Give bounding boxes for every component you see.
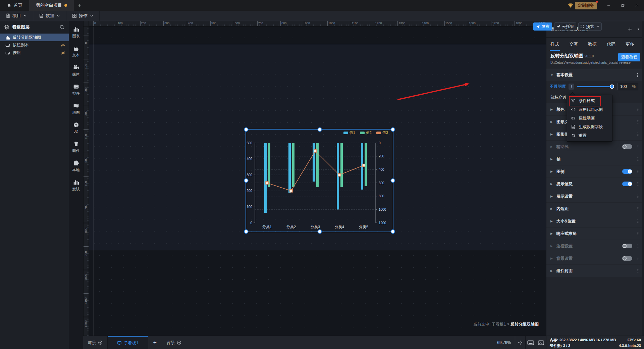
toolbox-item-9[interactable]: 默认 xyxy=(72,179,80,198)
selection-handle[interactable] xyxy=(317,230,322,234)
section-row-13[interactable]: ▶背景设置 xyxy=(546,252,644,264)
kebab-menu-icon[interactable] xyxy=(636,132,640,137)
toolbox-item-2[interactable]: 文本 xyxy=(72,45,80,64)
context-menu-item-4[interactable]: 生成数据字段 xyxy=(567,122,612,131)
kebab-menu-icon[interactable] xyxy=(636,219,640,223)
custom-service-badge[interactable]: 定制服务 xyxy=(575,2,597,9)
tab-data[interactable]: 数据 xyxy=(587,38,597,51)
canvas[interactable]: 0100200300400500600700800900100011001200… xyxy=(83,21,546,336)
section-row-7[interactable]: ▶提示信息 xyxy=(546,178,644,190)
basic-settings-header[interactable]: ▼ 基本设置 xyxy=(546,69,644,81)
opacity-value-input[interactable]: 100% xyxy=(618,83,638,90)
context-menu-item-3[interactable]: 属性动画 xyxy=(567,114,612,122)
menu-data[interactable]: 数据 xyxy=(33,11,66,21)
selection-box[interactable] xyxy=(246,129,393,232)
toolbox-item-1[interactable]: 图表 xyxy=(72,26,80,45)
selection-handle[interactable] xyxy=(391,230,395,234)
section-toggle[interactable] xyxy=(622,244,632,248)
kebab-menu-icon[interactable] xyxy=(635,72,640,78)
selection-handle[interactable] xyxy=(317,128,322,132)
close-button[interactable] xyxy=(630,0,644,11)
kebab-menu-icon[interactable] xyxy=(636,231,640,236)
context-menu-item-5[interactable]: 重置 xyxy=(567,131,612,140)
kebab-menu-icon[interactable] xyxy=(636,244,640,248)
fit-screen-button[interactable] xyxy=(515,336,525,349)
toolbox-item-6[interactable]: 3D xyxy=(73,122,79,141)
section-row-4[interactable]: ▶辅助线 xyxy=(546,141,644,153)
context-menu-item-1[interactable]: 条件样式 xyxy=(567,96,612,105)
slider-knob[interactable] xyxy=(610,84,614,89)
toolbox-item-7[interactable]: 套件 xyxy=(72,141,80,160)
background-tab[interactable]: 背景 xyxy=(162,336,186,349)
panel-scrollbar[interactable] xyxy=(642,21,644,336)
kebab-menu-icon[interactable] xyxy=(636,169,640,174)
layer-item[interactable]: 反转分组双轴图 xyxy=(0,34,69,41)
subboard-tab[interactable]: 子看板1 xyxy=(108,336,148,349)
toolbox-item-5[interactable]: 地图 xyxy=(72,103,80,122)
menu-actions[interactable]: 操作 xyxy=(66,11,100,21)
kebab-menu-icon[interactable] xyxy=(636,256,640,261)
tab-code[interactable]: 代码 xyxy=(606,38,616,51)
section-toggle[interactable] xyxy=(622,182,632,186)
section-row-10[interactable]: ▶大小&位置 xyxy=(546,215,644,227)
minimize-button[interactable] xyxy=(602,0,616,11)
tab-interaction[interactable]: 交互 xyxy=(569,38,579,51)
add-state-icon[interactable] xyxy=(628,27,632,32)
section-toggle[interactable] xyxy=(622,169,632,174)
search-icon[interactable] xyxy=(59,24,65,30)
selection-handle[interactable] xyxy=(391,179,395,183)
tab-project[interactable]: 我的空白项目 xyxy=(29,0,74,11)
chevron-right-icon[interactable] xyxy=(636,27,640,31)
zoom-level[interactable]: 69.79% xyxy=(497,340,511,345)
console-button[interactable] xyxy=(536,336,546,349)
section-toggle[interactable] xyxy=(622,144,632,149)
kebab-menu-icon[interactable] xyxy=(636,119,640,124)
selection-handle[interactable] xyxy=(244,128,249,132)
section-row-14[interactable]: ▶组件封面 xyxy=(546,265,644,277)
context-menu-item-2[interactable]: 调用代码示例 xyxy=(567,105,612,114)
kebab-menu-icon[interactable] xyxy=(636,107,640,112)
toolbox-item-3[interactable]: 媒体 xyxy=(72,64,80,84)
toolbox-item-8[interactable]: 本地 xyxy=(72,160,80,179)
selection-handle[interactable] xyxy=(244,179,249,183)
add-background-icon[interactable] xyxy=(177,340,181,345)
section-row-6[interactable]: ▶图例 xyxy=(546,165,644,178)
kebab-menu-icon[interactable] xyxy=(636,144,640,149)
add-board-button[interactable]: + xyxy=(148,336,162,349)
toolbox-item-4[interactable]: 控件 xyxy=(72,84,80,103)
kebab-menu-icon[interactable] xyxy=(636,194,640,199)
new-tab-button[interactable]: + xyxy=(74,0,85,11)
shortcut-keys-button[interactable] xyxy=(525,336,536,349)
eye-hidden-icon[interactable] xyxy=(61,51,65,55)
opacity-slider[interactable] xyxy=(577,86,613,87)
ruler-label: 1100 xyxy=(352,21,358,25)
section-row-11[interactable]: ▶响应式布局 xyxy=(546,228,644,240)
add-foreground-icon[interactable] xyxy=(98,340,103,345)
section-row-8[interactable]: ▶展示设置 xyxy=(546,190,644,202)
layer-item[interactable]: 按钮 xyxy=(0,49,69,57)
section-row-12[interactable]: ▶边框设置 xyxy=(546,240,644,252)
opacity-kebab-button[interactable] xyxy=(569,84,574,90)
restore-button[interactable] xyxy=(616,0,630,11)
kebab-menu-icon[interactable] xyxy=(636,157,640,161)
kebab-menu-icon[interactable] xyxy=(636,268,640,273)
selection-handle[interactable] xyxy=(391,128,395,132)
preview-button[interactable]: 预览 xyxy=(578,22,602,31)
cloud-hosting-button[interactable]: 云托管 xyxy=(554,22,576,31)
kebab-menu-icon[interactable] xyxy=(636,206,640,211)
eye-hidden-icon[interactable] xyxy=(61,43,65,48)
section-row-5[interactable]: ▶轴 xyxy=(546,153,644,165)
selection-handle[interactable] xyxy=(244,230,249,234)
section-row-9[interactable]: ▶内边距 xyxy=(546,203,644,215)
layer-item[interactable]: 按钮副本 xyxy=(0,41,69,49)
tab-style[interactable]: 样式 xyxy=(550,38,560,51)
publish-button[interactable]: 发布 xyxy=(533,22,552,31)
tutorial-button[interactable]: 查看教程 xyxy=(618,53,640,61)
collapse-arrow: ▶ xyxy=(550,120,553,123)
menu-project[interactable]: 项目 xyxy=(0,11,33,21)
section-toggle[interactable] xyxy=(622,256,632,261)
tab-home[interactable]: 首页 xyxy=(0,0,29,11)
kebab-menu-icon[interactable] xyxy=(636,182,640,186)
tab-more[interactable]: 更多 xyxy=(625,38,635,51)
foreground-tab[interactable]: 前景 xyxy=(83,336,107,349)
